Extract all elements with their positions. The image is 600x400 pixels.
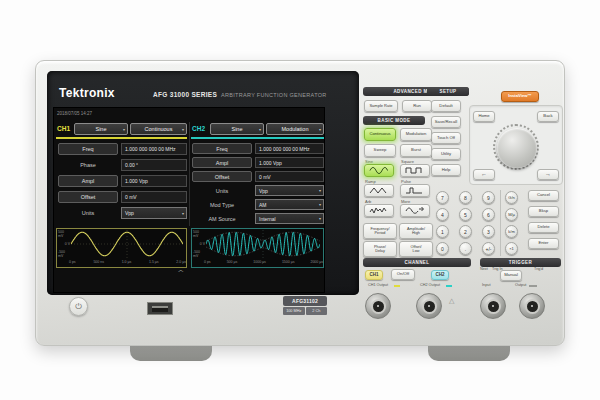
- sine-waveform-trace: [71, 232, 183, 256]
- help-button[interactable]: Help: [431, 164, 461, 176]
- ch1-ampl-value[interactable]: 1.000 Vpp: [121, 175, 187, 187]
- key-2[interactable]: 2: [459, 225, 472, 238]
- model-specs-badge: 100 MHz 2 Ch: [283, 307, 327, 315]
- key-plusminus[interactable]: +/-: [482, 242, 495, 255]
- more-waves-button[interactable]: [400, 204, 430, 217]
- ch2-output-bnc: [416, 293, 442, 319]
- channel-header: CHANNEL: [363, 258, 471, 267]
- key-kilo-milli[interactable]: k/m: [505, 225, 518, 238]
- trigger-output-label: Output: [515, 283, 526, 287]
- ch2-freq-value[interactable]: 1.000 000 000 00 MHz: [255, 143, 324, 154]
- screen-bezel: Tektronix AFG 31000 SERIES ARBITRARY FUN…: [47, 71, 359, 295]
- ch2-offset-value[interactable]: 0 mV: [255, 171, 324, 182]
- touch-off-button[interactable]: Touch Off: [431, 132, 461, 144]
- instaview-button[interactable]: InstaView™: [501, 91, 539, 102]
- chevron-down-icon: ▾: [182, 127, 184, 132]
- rotary-knob[interactable]: [497, 128, 537, 168]
- default-button[interactable]: Default: [431, 100, 461, 112]
- key-giga-nano[interactable]: G/n: [505, 191, 518, 204]
- key-3[interactable]: 3: [482, 225, 495, 238]
- touchscreen[interactable]: 2018/07/05 14:27 CH1 Sine ▾ Continuous ▾…: [53, 107, 325, 293]
- ch1-waveform-value: Sine: [95, 126, 106, 132]
- ch1-freq-button[interactable]: Freq: [58, 143, 118, 155]
- trigd-label: Trig'd: [534, 267, 543, 271]
- sine-wave-button[interactable]: [364, 164, 394, 177]
- ch2-amsource-dropdown[interactable]: Internal ▾: [255, 213, 324, 224]
- ch2-freq-button[interactable]: Freq: [192, 143, 252, 154]
- manual-trigger-button[interactable]: Manual: [500, 270, 522, 281]
- channel-spec: 2 Ch: [306, 307, 328, 315]
- ch2-waveform-dropdown[interactable]: Sine ▾: [210, 123, 264, 135]
- swipe-up-icon[interactable]: ︿: [178, 266, 184, 275]
- ch2-ampl-value[interactable]: 1.000 Vpp: [255, 157, 324, 168]
- bandwidth-spec: 100 MHz: [283, 307, 305, 315]
- usb-port: [147, 302, 173, 315]
- keypad-divider: [500, 190, 501, 256]
- key-times-one[interactable]: ×1: [505, 242, 518, 255]
- frequency-period-button[interactable]: Frequency/Period: [363, 223, 397, 239]
- ch1-waveform-dropdown[interactable]: Sine ▾: [74, 123, 128, 135]
- save-recall-button[interactable]: Save/Recall: [431, 116, 461, 128]
- home-button[interactable]: Home: [473, 111, 495, 122]
- device-title: AFG 31000 SERIES ARBITRARY FUNCTION GENE…: [153, 91, 327, 98]
- channel-divider: [189, 122, 190, 226]
- ramp-wave-button[interactable]: [364, 184, 394, 197]
- ch1-output-accent: [394, 285, 400, 287]
- square-wave-button[interactable]: [400, 164, 430, 177]
- burst-mode-button[interactable]: Burst: [400, 144, 432, 157]
- key-4[interactable]: 4: [436, 208, 449, 221]
- sweep-mode-button[interactable]: Sweep: [364, 144, 396, 157]
- key-1[interactable]: 1: [436, 225, 449, 238]
- output-onoff-button[interactable]: On/Off: [391, 269, 415, 280]
- more-waves-icon: [405, 206, 425, 215]
- power-button[interactable]: ⏻: [69, 297, 88, 316]
- ch2-runmode-dropdown[interactable]: Modulation ▾: [266, 123, 324, 135]
- ch2-modtype-value: AM: [259, 202, 267, 208]
- ch2-offset-button[interactable]: Offset: [192, 171, 252, 182]
- utility-button[interactable]: Utility: [431, 148, 461, 160]
- modulation-mode-button[interactable]: Modulation: [400, 128, 432, 141]
- backspace-button[interactable]: Bksp: [528, 206, 559, 217]
- run-button[interactable]: Run: [402, 100, 432, 112]
- back-button[interactable]: Back: [537, 111, 559, 122]
- key-9[interactable]: 9: [482, 191, 495, 204]
- ch1-runmode-dropdown[interactable]: Continuous ▾: [130, 123, 187, 135]
- ch1-waveform-preview[interactable]: 500 mV 0 V -500 mV 0 ps 500 ns 1.0 µs 1.…: [56, 228, 187, 268]
- sample-rate-button[interactable]: Sample Rate: [364, 100, 398, 112]
- trigger-header: TRIGGER: [480, 258, 561, 267]
- ch1-select-button[interactable]: CH1: [365, 270, 383, 280]
- amplitude-high-button[interactable]: Amplitude/High: [399, 223, 433, 239]
- key-5[interactable]: 5: [459, 208, 472, 221]
- enter-button[interactable]: Enter: [528, 238, 559, 249]
- pulse-wave-button[interactable]: [400, 184, 430, 197]
- continuous-mode-button[interactable]: Continuous: [364, 128, 396, 141]
- ch1-ampl-button[interactable]: Ampl: [58, 175, 118, 187]
- ch2-modtype-dropdown[interactable]: AM ▾: [255, 199, 324, 210]
- arb-wave-icon: [369, 206, 389, 215]
- key-decimal[interactable]: .: [459, 242, 472, 255]
- ch2-ampl-button[interactable]: Ampl: [192, 157, 252, 168]
- ch2-select-button[interactable]: CH2: [431, 270, 449, 280]
- ch1-offset-value[interactable]: 0 mV: [121, 191, 187, 203]
- key-mega-micro[interactable]: M/µ: [505, 208, 518, 221]
- ch1-runmode-value: Continuous: [145, 126, 173, 132]
- ch1-freq-value[interactable]: 1.000 000 000 00 MHz: [121, 143, 187, 155]
- ch1-label: CH1: [57, 125, 70, 132]
- ch1-phase-value[interactable]: 0.00 °: [121, 159, 187, 171]
- key-8[interactable]: 8: [459, 191, 472, 204]
- cursor-left-button[interactable]: ←: [473, 169, 495, 180]
- key-6[interactable]: 6: [482, 208, 495, 221]
- chevron-down-icon: ▾: [259, 127, 261, 132]
- cursor-right-button[interactable]: →: [537, 169, 559, 180]
- delete-button[interactable]: Delete: [528, 222, 559, 233]
- cancel-button[interactable]: Cancel: [528, 190, 559, 201]
- ch2-waveform-preview[interactable]: 500 mV 0 V -500 mV 0 ps 500 µs: [191, 228, 324, 268]
- offset-low-button[interactable]: Offset/Low: [399, 241, 433, 257]
- arb-wave-button[interactable]: [364, 204, 394, 217]
- key-0[interactable]: 0: [436, 242, 449, 255]
- ch1-units-dropdown[interactable]: Vpp ▾: [121, 207, 187, 219]
- key-7[interactable]: 7: [436, 191, 449, 204]
- ch1-offset-button[interactable]: Offset: [58, 191, 118, 203]
- ch2-units-dropdown[interactable]: Vpp ▾: [255, 185, 324, 196]
- phase-delay-button[interactable]: Phase/Delay: [363, 241, 397, 257]
